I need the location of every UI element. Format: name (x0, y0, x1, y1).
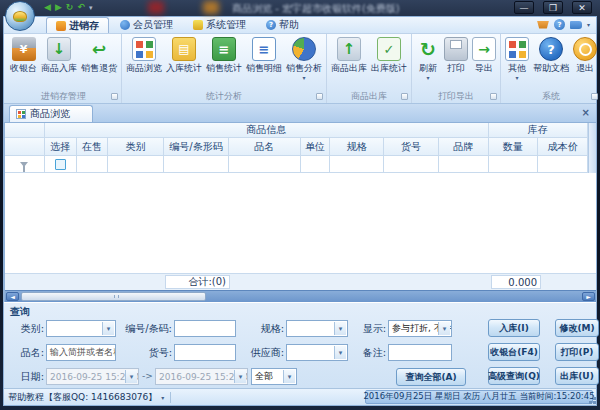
vertical-scrollbar[interactable] (588, 138, 596, 156)
dialog-launcher-icon[interactable] (490, 93, 497, 100)
quick-access-toolbar: ◀ ▶ ↻ ↶ ▾ (44, 2, 92, 13)
horizontal-scrollbar[interactable]: ◄ ► (5, 290, 596, 302)
cart-icon[interactable] (537, 21, 549, 29)
query-panel: 查询 类别: 编号/条码: 规格: 显示: 参与打折, 不参... 品名: 输入… (4, 302, 596, 388)
sales-detail-button[interactable]: 销售明细 (244, 34, 284, 90)
exit-button[interactable]: 退出 (571, 34, 599, 90)
stock-in-button[interactable]: 入库(I) (488, 319, 540, 337)
dialog-launcher-icon[interactable] (111, 93, 118, 100)
back-icon[interactable]: ◀ (44, 2, 51, 13)
category-select[interactable] (46, 320, 116, 337)
goods-stock-out-button[interactable]: 商品出库 (329, 34, 369, 90)
date-from-input[interactable]: 2016-09-25 15:20:40 (46, 368, 139, 385)
goods-stock-in-button[interactable]: 商品入库 (39, 34, 79, 90)
dialog-launcher-icon[interactable] (401, 93, 408, 100)
modify-button[interactable]: 修改(M) (555, 319, 599, 337)
vertical-scrollbar[interactable] (588, 123, 596, 138)
close-tab-icon[interactable]: × (582, 107, 590, 118)
filter-cell[interactable] (384, 156, 439, 173)
col-select[interactable]: 选择 (45, 138, 77, 156)
filter-cell[interactable] (164, 156, 229, 173)
goods-browse-button[interactable]: 商品浏览 (124, 34, 164, 90)
doc-tab-goods-browse[interactable]: 商品浏览 (9, 105, 93, 122)
filter-cell[interactable] (229, 156, 301, 173)
scroll-right-icon[interactable]: ► (582, 292, 595, 301)
minimize-button[interactable]: — (514, 1, 534, 14)
cashier-button[interactable]: 收银台 (8, 34, 39, 90)
cashier-button-bottom[interactable]: 收银台(F4) (488, 343, 540, 361)
col-brand[interactable]: 品牌 (439, 138, 489, 156)
tab-system[interactable]: 系统管理 (184, 17, 255, 33)
exit-icon (573, 37, 597, 61)
col-category[interactable]: 类别 (108, 138, 164, 156)
print-button[interactable]: 打印 (442, 34, 470, 90)
col-cost-price[interactable]: 成本价 (538, 138, 588, 156)
undo-icon[interactable]: ↶ (77, 2, 85, 13)
background-blob (148, 1, 164, 14)
chevron-down-icon[interactable]: ▾ (161, 394, 164, 401)
col-product-name[interactable]: 品名 (229, 138, 301, 156)
scroll-left-icon[interactable]: ◄ (6, 292, 19, 301)
date-range-select[interactable]: 全部 (251, 368, 297, 385)
print-button-bottom[interactable]: 打印(P) (555, 343, 599, 361)
filter-cell[interactable] (489, 156, 539, 173)
code-input[interactable] (174, 320, 236, 337)
members-tab-icon (120, 20, 130, 30)
col-unit[interactable]: 单位 (301, 138, 331, 156)
sales-return-button[interactable]: 销售退货 (79, 34, 119, 90)
supplier-select[interactable] (286, 344, 348, 361)
col-quantity[interactable]: 数量 (489, 138, 539, 156)
col-art-no[interactable]: 货号 (384, 138, 439, 156)
online-help-icon[interactable]: ? (554, 19, 565, 30)
forward-icon[interactable]: ▶ (55, 2, 62, 13)
maximize-button[interactable]: ❐ (543, 1, 563, 14)
checkbox-icon[interactable] (55, 159, 66, 170)
col-spec[interactable]: 规格 (330, 138, 384, 156)
help-tutorial-link[interactable]: 帮助教程【客服QQ: 1416683076】 (8, 391, 157, 404)
resize-grip[interactable] (593, 401, 596, 404)
col-code-barcode[interactable]: 编号/条形码 (164, 138, 229, 156)
dialog-launcher-icon[interactable] (316, 93, 323, 100)
inventory-tab-icon (56, 21, 66, 31)
refresh-icon[interactable]: ↻ (66, 2, 74, 13)
button-label: 销售退货 (81, 62, 117, 75)
sales-analysis-button[interactable]: 销售分析 ▾ (284, 34, 324, 90)
chevron-down-icon[interactable]: ▾ (587, 21, 590, 28)
dialog-launcher-icon[interactable] (591, 93, 598, 100)
advanced-query-button[interactable]: 高级查询(Q) (488, 367, 540, 385)
sales-stats-button[interactable]: 销售统计 (204, 34, 244, 90)
help-doc-button[interactable]: 帮助文档 (531, 34, 571, 90)
query-all-button[interactable]: 查询全部(A) (396, 368, 466, 386)
filter-cell[interactable] (77, 156, 109, 173)
filter-cell[interactable] (108, 156, 164, 173)
refresh-button[interactable]: 刷新 ▾ (414, 34, 442, 90)
filter-cell[interactable] (330, 156, 384, 173)
col-on-sale[interactable]: 在售 (77, 138, 109, 156)
scrollbar-thumb[interactable] (21, 292, 206, 301)
spec-select[interactable] (286, 320, 348, 337)
stock-in-stats-button[interactable]: 入库统计 (164, 34, 204, 90)
vertical-scrollbar[interactable] (588, 156, 596, 173)
stock-out-button[interactable]: 出库(U) (555, 367, 599, 385)
remark-input[interactable] (388, 344, 452, 361)
filter-cell[interactable] (439, 156, 489, 173)
manual-icon[interactable] (570, 21, 582, 29)
product-name-input[interactable]: 输入简拼或者名称 (46, 344, 116, 361)
close-button[interactable]: ✕ (572, 1, 592, 14)
button-label: 销售统计 (206, 62, 242, 75)
misc-button[interactable]: 其他 ▾ (503, 34, 531, 90)
qat-more-icon[interactable]: ▾ (89, 4, 93, 12)
art-no-input[interactable] (174, 344, 236, 361)
filter-cell[interactable] (538, 156, 588, 173)
app-logo[interactable] (5, 1, 35, 31)
filter-cell[interactable] (45, 156, 77, 173)
display-select[interactable]: 参与打折, 不参... (388, 320, 452, 337)
tab-help[interactable]: 帮助 (257, 17, 308, 33)
export-button[interactable]: 导出 (470, 34, 498, 90)
status-datetime: 2016年09月25日 星期日 农历 八月廿五 当前时间:15:20:45 (365, 390, 593, 404)
stock-out-stats-button[interactable]: 出库统计 (369, 34, 409, 90)
tab-members[interactable]: 会员管理 (111, 17, 182, 33)
tab-inventory[interactable]: 进销存 (46, 17, 109, 33)
filter-cell[interactable] (301, 156, 331, 173)
date-to-input[interactable]: 2016-09-25 15:20:40 (155, 368, 248, 385)
